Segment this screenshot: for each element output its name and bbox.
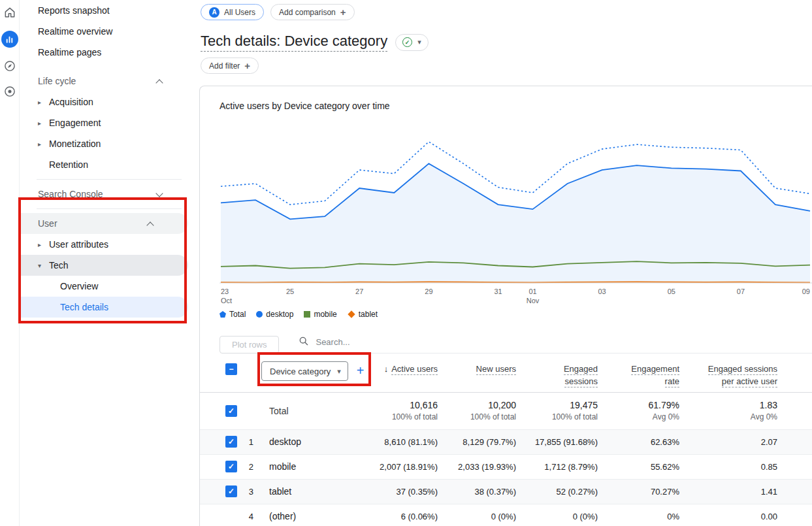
- sidebar-section-life-cycle[interactable]: Life cycle: [20, 71, 197, 91]
- page-title[interactable]: Tech details: Device category: [201, 33, 387, 52]
- sidebar-item-label: Tech: [49, 260, 69, 271]
- chevron-down-icon: [155, 189, 163, 197]
- cell-value: 37 (0.35%): [372, 479, 444, 504]
- dimension-label: Device category: [270, 367, 331, 376]
- search-icon: [299, 336, 309, 348]
- svg-text:05: 05: [668, 288, 675, 295]
- report-title-row: Tech details: Device category ✓ ▾: [201, 33, 812, 52]
- dimension-selector-dropdown[interactable]: Device category ▾: [261, 361, 348, 381]
- select-all-checkbox[interactable]: −: [225, 363, 237, 375]
- svg-text:09: 09: [802, 288, 810, 295]
- timeseries-chart[interactable]: 23Oct2527293101Nov03050709: [219, 123, 812, 306]
- section-label: User: [38, 218, 57, 229]
- total-sub: 100% of total: [523, 412, 598, 421]
- tablet-series-marker-icon: [348, 310, 355, 318]
- table-search[interactable]: [299, 336, 812, 353]
- caret-down-icon: ▾: [417, 38, 421, 46]
- plot-rows-button[interactable]: Plot rows: [219, 336, 279, 353]
- cell-value: 17,855 (91.68%): [523, 429, 604, 454]
- row-dimension-value: (other): [259, 504, 372, 526]
- row-checkbox[interactable]: ✓: [225, 461, 237, 472]
- cell-value: 0.00: [686, 504, 784, 526]
- reports-icon[interactable]: [1, 31, 18, 48]
- add-filter-chip[interactable]: Add filter +: [201, 58, 259, 74]
- sidebar-divider: [37, 179, 182, 180]
- svg-text:03: 03: [598, 288, 606, 295]
- check-icon: ✓: [228, 463, 235, 470]
- sidebar-item-tech-overview[interactable]: Overview: [20, 276, 197, 297]
- main-content: A All Users Add comparison + Tech detail…: [197, 0, 812, 526]
- row-dimension-value: mobile: [259, 454, 372, 479]
- check-circle-icon: ✓: [402, 37, 412, 47]
- explore-icon[interactable]: [3, 59, 17, 73]
- legend-label: tablet: [359, 310, 378, 319]
- sidebar-item-reports-snapshot[interactable]: Reports snapshot: [20, 0, 197, 21]
- all-users-chip[interactable]: A All Users: [201, 4, 264, 20]
- sidebar-item-tech-details[interactable]: Tech details: [20, 297, 188, 318]
- cell-value: 52 (0.27%): [523, 479, 604, 504]
- table-controls: Plot rows: [200, 336, 812, 353]
- row-checkbox[interactable]: ✓: [225, 436, 237, 448]
- row-index: 4: [242, 504, 259, 526]
- sidebar-item-realtime-overview[interactable]: Realtime overview: [20, 21, 197, 42]
- total-sub: 100% of total: [372, 412, 438, 421]
- svg-text:31: 31: [494, 288, 502, 295]
- sort-desc-icon: ↓: [384, 364, 389, 374]
- legend-label: desktop: [266, 310, 293, 319]
- legend-item-mobile[interactable]: mobile: [304, 310, 336, 319]
- row-dimension-value: desktop: [259, 429, 372, 454]
- sidebar-item-monetization[interactable]: ▸ Monetization: [20, 133, 197, 154]
- report-status-pill[interactable]: ✓ ▾: [395, 34, 429, 51]
- triangle-right-icon: ▸: [38, 99, 49, 106]
- row-checkbox[interactable]: ✓: [225, 405, 237, 417]
- check-icon: ✓: [228, 407, 235, 415]
- home-icon[interactable]: [3, 5, 17, 20]
- column-header-new-users[interactable]: New users: [444, 363, 516, 376]
- add-comparison-chip[interactable]: Add comparison +: [270, 4, 354, 20]
- column-header-engaged-sessions[interactable]: Engaged sessions: [552, 363, 598, 388]
- plus-icon: +: [244, 60, 250, 71]
- add-dimension-button[interactable]: +: [357, 363, 365, 378]
- chip-label: Add comparison: [279, 8, 336, 17]
- search-input[interactable]: [316, 337, 525, 347]
- column-header-engagement-rate[interactable]: Engagement rate: [617, 363, 679, 388]
- sidebar-item-engagement[interactable]: ▸ Engagement: [20, 112, 197, 133]
- sidebar-item-label: Engagement: [49, 118, 101, 128]
- svg-text:25: 25: [286, 288, 294, 295]
- legend-item-total[interactable]: Total: [219, 310, 246, 319]
- desktop-series-marker-icon: [256, 311, 263, 318]
- sidebar-item-realtime-pages[interactable]: Realtime pages: [20, 42, 197, 63]
- audience-badge-icon: A: [209, 7, 219, 18]
- svg-text:07: 07: [737, 288, 745, 295]
- sidebar-section-user[interactable]: User: [20, 213, 188, 234]
- cell-value: 0 (0%): [523, 504, 604, 526]
- advertising-icon[interactable]: [3, 84, 17, 99]
- table-row: ✓ 2 mobile 2,007 (18.91%) 2,033 (19.93%)…: [200, 454, 812, 479]
- triangle-right-icon: ▸: [38, 120, 49, 127]
- section-label: Search Console: [38, 189, 103, 199]
- sidebar-item-tech[interactable]: ▾ Tech: [20, 255, 188, 276]
- legend-item-tablet[interactable]: tablet: [348, 310, 378, 319]
- row-checkbox[interactable]: ✓: [225, 485, 237, 497]
- column-header-engaged-sessions-per-active-user[interactable]: Engaged sessions per active user: [696, 363, 777, 388]
- chevron-up-icon: [146, 222, 154, 229]
- sidebar-item-user-attributes[interactable]: ▸ User attributes: [20, 234, 197, 255]
- cell-value: 8,610 (81.1%): [372, 429, 444, 454]
- svg-text:27: 27: [355, 288, 363, 295]
- legend-item-desktop[interactable]: desktop: [256, 310, 293, 319]
- sidebar-item-acquisition[interactable]: ▸ Acquisition: [20, 91, 197, 112]
- legend-label: mobile: [314, 310, 336, 319]
- total-value: 19,475: [523, 400, 598, 410]
- chart-title: Active users by Device category over tim…: [219, 101, 812, 111]
- sidebar-item-retention[interactable]: Retention: [20, 154, 197, 175]
- row-dimension-value: tablet: [259, 479, 372, 504]
- cell-value: 0%: [604, 504, 686, 526]
- cell-value: 0 (0%): [444, 504, 523, 526]
- sidebar-section-search-console[interactable]: Search Console: [20, 184, 197, 205]
- table-header-row: − Device category ▾ + ↓ Active us: [200, 355, 812, 392]
- chart-legend: Total desktop mobile tablet: [219, 310, 812, 319]
- row-index: 3: [242, 479, 259, 504]
- reports-sidebar: Reports snapshot Realtime overview Realt…: [20, 0, 197, 526]
- column-header-active-users[interactable]: ↓ Active users: [372, 363, 438, 376]
- check-icon: ✓: [228, 438, 235, 446]
